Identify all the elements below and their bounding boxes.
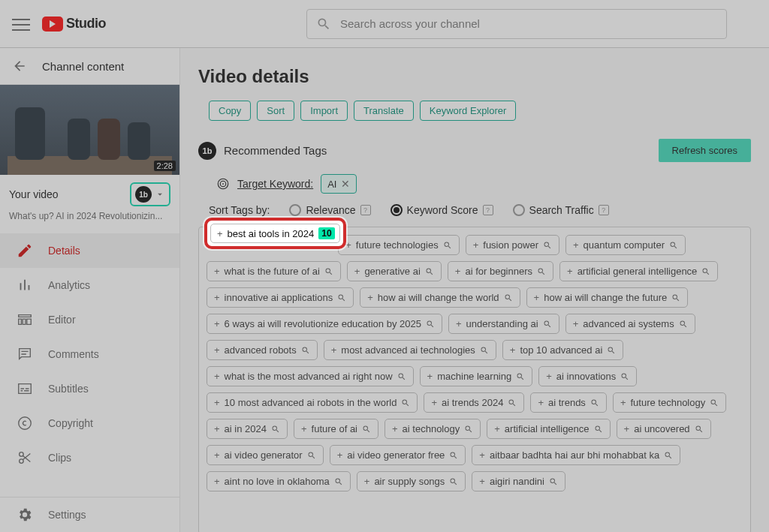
tag-chip[interactable]: +machine learning (420, 366, 533, 386)
search-icon[interactable] (590, 398, 599, 407)
translate-button[interactable]: Translate (354, 101, 414, 121)
tag-chip[interactable]: +aint no love in oklahoma (207, 471, 351, 491)
tag-chip[interactable]: +understanding ai (448, 314, 559, 334)
tags-panel[interactable]: +best ai tools in 2024+future technologi… (198, 227, 751, 532)
tag-chip[interactable]: +how ai will change the world (360, 287, 520, 308)
sort-search-traffic[interactable]: Search Traffic ? (513, 204, 609, 216)
keyword-explorer-button[interactable]: Keyword Explorer (420, 101, 517, 121)
search-icon[interactable] (669, 241, 678, 250)
tag-chip[interactable]: +fusion power (466, 235, 559, 255)
tag-chip[interactable]: +ai innovations (538, 366, 637, 386)
search-icon[interactable] (664, 451, 673, 460)
tag-chip[interactable]: +future technology (613, 392, 726, 413)
tag-chip[interactable]: +how ai will change the future (526, 287, 689, 308)
help-icon[interactable]: ? (599, 205, 609, 215)
nav-details[interactable]: Details (0, 233, 179, 268)
sort-keyword-score[interactable]: Keyword Score ? (391, 204, 493, 216)
plus-icon: + (337, 449, 343, 461)
search-input[interactable] (340, 17, 717, 30)
tag-chip[interactable]: +ai trends 2024 (424, 392, 524, 413)
search-icon[interactable] (324, 267, 333, 276)
help-icon[interactable]: ? (483, 205, 493, 215)
search-icon[interactable] (337, 293, 346, 302)
search-icon[interactable] (443, 241, 452, 250)
highlighted-tag[interactable]: + best ai tools in 2024 10 (210, 224, 340, 243)
tag-chip[interactable]: +artificial intelligence (487, 419, 610, 439)
search-icon[interactable] (695, 425, 704, 434)
search-icon[interactable] (271, 425, 280, 434)
search-icon[interactable] (425, 267, 434, 276)
search-box[interactable] (306, 9, 727, 39)
search-icon[interactable] (516, 372, 525, 381)
search-icon[interactable] (401, 398, 410, 407)
sort-relevance[interactable]: Relevance ? (289, 204, 370, 216)
copy-button[interactable]: Copy (209, 101, 251, 121)
search-icon[interactable] (301, 346, 310, 355)
tag-chip[interactable]: +ai for beginners (448, 261, 553, 281)
search-icon[interactable] (362, 425, 371, 434)
search-icon[interactable] (710, 398, 719, 407)
tag-chip[interactable]: +ai uncovered (617, 419, 711, 439)
search-icon[interactable] (504, 293, 513, 302)
tag-chip[interactable]: +most advanced ai technologies (324, 340, 496, 360)
search-icon[interactable] (426, 320, 435, 329)
search-icon[interactable] (594, 425, 603, 434)
back-row[interactable]: Channel content (0, 48, 179, 85)
tag-chip[interactable]: +quantum computer (565, 235, 686, 255)
tag-chip[interactable]: +generative ai (347, 261, 442, 281)
tag-chip[interactable]: +air supply songs (357, 471, 466, 491)
tubebuddy-badge[interactable]: 1b (130, 182, 170, 206)
search-icon[interactable] (701, 267, 710, 276)
nav-editor[interactable]: Editor (0, 302, 179, 337)
search-icon[interactable] (397, 372, 406, 381)
tag-chip[interactable]: +future technologies (338, 235, 459, 255)
nav-analytics[interactable]: Analytics (0, 268, 179, 302)
search-icon[interactable] (671, 293, 680, 302)
help-icon[interactable]: ? (360, 205, 371, 215)
nav-comments[interactable]: Comments (0, 337, 179, 371)
search-icon[interactable] (543, 241, 552, 250)
tag-chip[interactable]: +ai video generator free (330, 445, 466, 465)
search-icon[interactable] (480, 346, 489, 355)
tag-chip[interactable]: +ai trends (530, 392, 606, 413)
tag-chip[interactable]: +future of ai (294, 419, 378, 439)
tag-chip[interactable]: +artificial general intelligence (559, 261, 718, 281)
nav-settings[interactable]: Settings (0, 497, 179, 532)
search-icon[interactable] (543, 320, 552, 329)
tag-chip[interactable]: +top 10 advanced ai (502, 340, 623, 360)
nav-clips[interactable]: Clips (0, 440, 179, 475)
sort-button[interactable]: Sort (257, 101, 294, 121)
tag-chip[interactable]: +what is the future of ai (207, 261, 341, 281)
search-icon[interactable] (607, 346, 616, 355)
search-icon[interactable] (464, 425, 473, 434)
tag-chip[interactable]: +advanced robots (207, 340, 318, 360)
search-icon[interactable] (620, 372, 629, 381)
tag-chip[interactable]: +innovative ai applications (207, 287, 354, 308)
search-icon[interactable] (307, 451, 316, 460)
tag-chip[interactable]: +ai in 2024 (207, 419, 288, 439)
search-icon[interactable] (449, 477, 458, 486)
refresh-scores-button[interactable]: Refresh scores (659, 139, 751, 162)
search-icon[interactable] (679, 320, 688, 329)
studio-logo[interactable]: Studio (42, 16, 106, 32)
import-button[interactable]: Import (300, 101, 348, 121)
tag-chip[interactable]: +advanced ai systems (565, 314, 695, 334)
video-thumbnail[interactable]: 2:28 (0, 85, 179, 175)
tag-chip[interactable]: +6 ways ai will revolutionize education … (207, 314, 442, 334)
tag-chip[interactable]: +10 most advanced ai robots in the world (207, 392, 418, 413)
tag-chip[interactable]: +what is the most advanced ai right now (207, 366, 414, 386)
tag-chip[interactable]: +aitbaar badhta hai aur bhi mohabbat ka (472, 445, 680, 465)
search-icon[interactable] (449, 451, 458, 460)
target-keyword-chip[interactable]: AI ✕ (321, 174, 357, 194)
tag-chip[interactable]: +ai technology (384, 419, 481, 439)
nav-subtitles[interactable]: Subtitles (0, 371, 179, 406)
tag-chip[interactable]: +aigiri nandini (472, 471, 565, 491)
tag-chip[interactable]: +ai video generator (207, 445, 324, 465)
search-icon[interactable] (508, 398, 517, 407)
search-icon[interactable] (334, 477, 343, 486)
menu-icon[interactable] (12, 15, 30, 33)
close-icon[interactable]: ✕ (341, 178, 350, 190)
search-icon[interactable] (537, 267, 546, 276)
search-icon[interactable] (549, 477, 558, 486)
nav-copyright[interactable]: Copyright (0, 406, 179, 440)
